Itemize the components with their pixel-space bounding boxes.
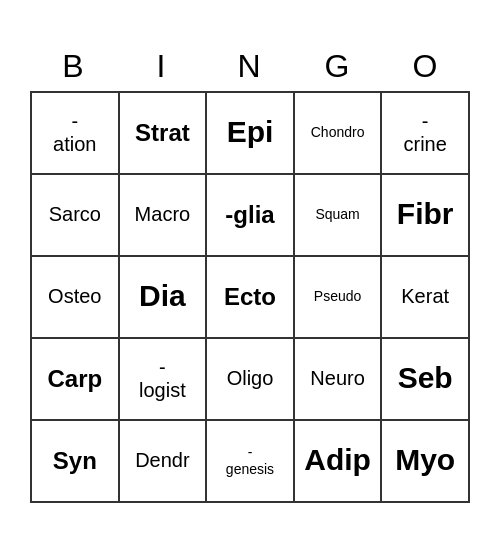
- bingo-cell-r4-c3: Adip: [295, 421, 383, 503]
- bingo-cell-r0-c1: Strat: [120, 93, 208, 175]
- bingo-cell-r3-c3: Neuro: [295, 339, 383, 421]
- cell-text-r4-c1: Dendr: [135, 449, 189, 472]
- bingo-cell-r4-c0: Syn: [32, 421, 120, 503]
- cell-text-r2-c2: Ecto: [224, 283, 276, 311]
- cell-text-r1-c4: Fibr: [397, 197, 454, 232]
- bingo-header: BINGO: [30, 42, 470, 91]
- cell-dash-r3-c1: -: [159, 356, 166, 379]
- bingo-cell-r3-c1: -logist: [120, 339, 208, 421]
- cell-text-r3-c0: Carp: [47, 365, 102, 393]
- cell-text-r1-c1: Macro: [135, 203, 191, 226]
- cell-text-r4-c3: Adip: [304, 443, 371, 478]
- bingo-cell-r4-c2: -genesis: [207, 421, 295, 503]
- bingo-cell-r0-c2: Epi: [207, 93, 295, 175]
- cell-text-r0-c1: Strat: [135, 119, 190, 147]
- cell-text-r3-c1: logist: [139, 379, 186, 402]
- bingo-cell-r2-c2: Ecto: [207, 257, 295, 339]
- cell-dash-r0-c0: -: [71, 110, 78, 133]
- cell-text-r2-c3: Pseudo: [314, 288, 361, 304]
- bingo-cell-r4-c1: Dendr: [120, 421, 208, 503]
- cell-text-r0-c4: crine: [404, 133, 447, 156]
- cell-text-r3-c4: Seb: [398, 361, 453, 396]
- cell-text-r1-c0: Sarco: [49, 203, 101, 226]
- cell-text-r0-c3: Chondro: [311, 124, 365, 140]
- cell-text-r3-c2: Oligo: [227, 367, 274, 390]
- header-letter-n: N: [206, 42, 294, 91]
- bingo-cell-r1-c3: Squam: [295, 175, 383, 257]
- bingo-cell-r0-c3: Chondro: [295, 93, 383, 175]
- header-letter-g: G: [294, 42, 382, 91]
- cell-text-r2-c4: Kerat: [401, 285, 449, 308]
- bingo-cell-r1-c1: Macro: [120, 175, 208, 257]
- bingo-cell-r3-c2: Oligo: [207, 339, 295, 421]
- cell-text-r4-c4: Myo: [395, 443, 455, 478]
- cell-text-r3-c3: Neuro: [310, 367, 364, 390]
- cell-text-r0-c2: Epi: [227, 115, 274, 150]
- bingo-cell-r2-c0: Osteo: [32, 257, 120, 339]
- cell-dash-r0-c4: -: [422, 110, 429, 133]
- bingo-cell-r0-c0: -ation: [32, 93, 120, 175]
- bingo-cell-r1-c2: -glia: [207, 175, 295, 257]
- header-letter-b: B: [30, 42, 118, 91]
- cell-text-r2-c0: Osteo: [48, 285, 101, 308]
- cell-text-r0-c0: ation: [53, 133, 96, 156]
- cell-dash-r4-c2: -: [248, 444, 253, 460]
- bingo-cell-r0-c4: -crine: [382, 93, 470, 175]
- cell-text-r4-c2: genesis: [226, 461, 274, 477]
- cell-text-r4-c0: Syn: [53, 447, 97, 475]
- cell-text-r1-c3: Squam: [315, 206, 359, 222]
- bingo-cell-r2-c1: Dia: [120, 257, 208, 339]
- bingo-cell-r2-c3: Pseudo: [295, 257, 383, 339]
- bingo-cell-r1-c4: Fibr: [382, 175, 470, 257]
- bingo-grid: -ationStratEpiChondro-crineSarcoMacro-gl…: [30, 91, 470, 503]
- bingo-cell-r3-c0: Carp: [32, 339, 120, 421]
- bingo-cell-r3-c4: Seb: [382, 339, 470, 421]
- bingo-cell-r1-c0: Sarco: [32, 175, 120, 257]
- header-letter-o: O: [382, 42, 470, 91]
- bingo-card: BINGO -ationStratEpiChondro-crineSarcoMa…: [30, 42, 470, 503]
- cell-text-r2-c1: Dia: [139, 279, 186, 314]
- bingo-cell-r2-c4: Kerat: [382, 257, 470, 339]
- header-letter-i: I: [118, 42, 206, 91]
- cell-text-r1-c2: -glia: [225, 201, 274, 229]
- bingo-cell-r4-c4: Myo: [382, 421, 470, 503]
